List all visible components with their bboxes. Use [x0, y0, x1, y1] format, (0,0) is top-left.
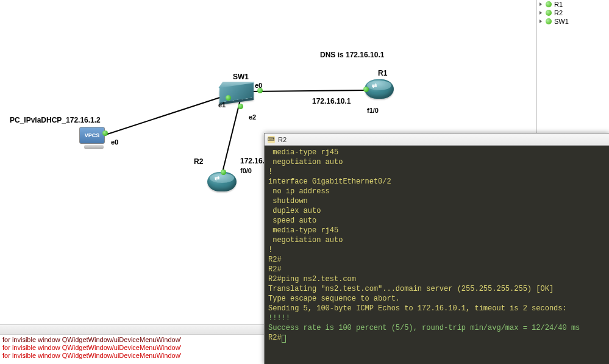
link-dot: [238, 104, 243, 109]
port-sw1-e1: e1: [218, 101, 226, 109]
device-r1[interactable]: ⇄: [365, 79, 394, 99]
link-dot: [226, 95, 231, 101]
vpcs-badge: VPCS: [79, 127, 105, 144]
device-r2[interactable]: ⇄: [207, 172, 237, 191]
chevron-right-icon: [540, 2, 542, 6]
log-line: for invisible window QWidgetWindow/uiDev…: [2, 352, 263, 360]
status-dot-icon: [546, 1, 552, 7]
status-dot-icon: [546, 18, 552, 24]
port-pc-e0: e0: [111, 138, 118, 146]
tree-item-r2[interactable]: R2: [537, 9, 609, 17]
terminal-titlebar[interactable]: ⌨ R2: [265, 134, 609, 146]
link-dot: [363, 87, 369, 92]
svg-line-2: [221, 98, 241, 177]
tree-item-r1[interactable]: R1: [537, 0, 609, 9]
terminal-window[interactable]: ⌨ R2 media-type rj45 negotiation auto!in…: [264, 133, 609, 364]
putty-icon: ⌨: [268, 136, 275, 143]
r2-label: R2: [194, 157, 203, 166]
link-dot: [221, 170, 226, 175]
svg-line-0: [104, 93, 235, 135]
device-sw1[interactable]: [219, 85, 254, 100]
svg-line-1: [252, 90, 367, 91]
tree-label: R1: [554, 1, 563, 8]
chevron-right-icon: [540, 11, 542, 15]
r1-label: R1: [378, 69, 387, 77]
terminal-title-text: R2: [278, 136, 287, 143]
annotation-dns: DNS is 172.16.10.1: [320, 51, 384, 59]
pc-label: PC_IPviaDHCP_172.16.1.2: [10, 116, 101, 124]
link-dot: [257, 88, 263, 93]
tree-label: R2: [554, 9, 563, 16]
log-line: for invisible window QWidgetWindow/uiDev…: [2, 336, 263, 344]
port-sw1-e2: e2: [249, 113, 256, 121]
ip-r1: 172.16.10.1: [312, 97, 351, 105]
sw1-label: SW1: [233, 73, 249, 81]
tree-item-sw1[interactable]: SW1: [537, 17, 609, 26]
tree-label: SW1: [554, 18, 569, 25]
port-r2-f00: f0/0: [240, 167, 252, 174]
link-dot: [102, 130, 108, 136]
port-r1-f10: f1/0: [367, 107, 379, 114]
log-header: [0, 325, 265, 335]
log-panel[interactable]: for invisible window QWidgetWindow/uiDev…: [0, 324, 265, 364]
log-line: for invisible window QWidgetWindow/uiDev…: [2, 344, 263, 352]
chevron-right-icon: [540, 20, 542, 23]
terminal-body[interactable]: media-type rj45 negotiation auto!interfa…: [265, 146, 609, 364]
status-dot-icon: [546, 10, 552, 16]
